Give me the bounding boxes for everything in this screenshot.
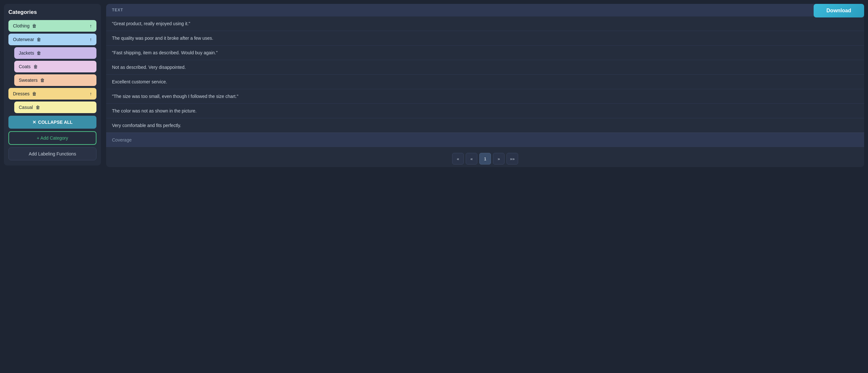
table-row[interactable]: The quality was poor and it broke after … <box>106 31 864 45</box>
trash-icon-outerwear[interactable]: 🗑 <box>37 37 41 42</box>
next-page-button[interactable]: » <box>493 153 504 165</box>
trash-icon-coats[interactable]: 🗑 <box>33 64 38 69</box>
category-label-clothing: Clothing <box>13 23 29 28</box>
category-label-casual: Casual <box>19 105 33 110</box>
main-layout: Download Categories Clothing🗑↑Outerwear🗑… <box>4 4 864 167</box>
last-page-button[interactable]: »» <box>506 153 518 165</box>
coverage-row: Coverage <box>106 133 864 147</box>
arrow-icon-dresses: ↑ <box>90 91 92 96</box>
left-panel: Categories Clothing🗑↑Outerwear🗑↑Jackets🗑… <box>4 4 101 166</box>
table-row[interactable]: The color was not as shown in the pictur… <box>106 103 864 118</box>
category-item-coats[interactable]: Coats🗑 <box>14 61 96 72</box>
add-labeling-button[interactable]: Add Labeling Functions <box>8 147 96 160</box>
trash-icon-casual[interactable]: 🗑 <box>36 105 40 110</box>
table-row[interactable]: "Great product, really enjoyed using it.… <box>106 16 864 31</box>
table-rows: "Great product, really enjoyed using it.… <box>106 16 864 133</box>
table-row[interactable]: "Fast shipping, item as described. Would… <box>106 45 864 60</box>
category-label-coats: Coats <box>19 64 31 69</box>
table-row[interactable]: Very comfortable and fits perfectly. <box>106 118 864 133</box>
trash-icon-jackets[interactable]: 🗑 <box>37 50 41 56</box>
prev-page-button[interactable]: « <box>466 153 477 165</box>
table-row[interactable]: Not as described. Very disappointed. <box>106 60 864 74</box>
arrow-icon-clothing: ↑ <box>90 23 92 28</box>
category-item-outerwear[interactable]: Outerwear🗑↑ <box>8 34 96 45</box>
panel-title: Categories <box>8 9 96 15</box>
collapse-all-button[interactable]: ✕ COLLAPSE ALL <box>8 116 96 129</box>
trash-icon-dresses[interactable]: 🗑 <box>32 91 37 96</box>
table-header: TEXT <box>106 4 864 16</box>
category-item-clothing[interactable]: Clothing🗑↑ <box>8 20 96 32</box>
category-label-outerwear: Outerwear <box>13 37 34 42</box>
collapse-icon: ✕ <box>32 120 36 125</box>
current-page-button[interactable]: 1 <box>479 153 491 165</box>
trash-icon-clothing[interactable]: 🗑 <box>32 23 37 28</box>
table-row[interactable]: Excellent customer service. <box>106 74 864 89</box>
categories-list: Clothing🗑↑Outerwear🗑↑Jackets🗑Coats🗑Sweat… <box>8 20 96 113</box>
category-item-jackets[interactable]: Jackets🗑 <box>14 47 96 59</box>
category-item-casual[interactable]: Casual🗑 <box>14 101 96 113</box>
arrow-icon-outerwear: ↑ <box>90 37 92 42</box>
category-label-jackets: Jackets <box>19 50 34 56</box>
table-row[interactable]: "The size was too small, even though I f… <box>106 89 864 103</box>
trash-icon-sweaters[interactable]: 🗑 <box>40 77 45 83</box>
download-button[interactable]: Download <box>814 4 864 18</box>
right-panel: TEXT "Great product, really enjoyed usin… <box>106 4 864 167</box>
add-category-button[interactable]: + Add Category <box>8 131 96 145</box>
category-item-sweaters[interactable]: Sweaters🗑 <box>14 74 96 86</box>
category-label-dresses: Dresses <box>13 91 29 96</box>
pagination: « « 1 » »» <box>106 147 864 167</box>
category-label-sweaters: Sweaters <box>19 77 37 83</box>
category-item-dresses[interactable]: Dresses🗑↑ <box>8 88 96 100</box>
collapse-all-label: COLLAPSE ALL <box>38 120 73 125</box>
first-page-button[interactable]: « <box>452 153 464 165</box>
